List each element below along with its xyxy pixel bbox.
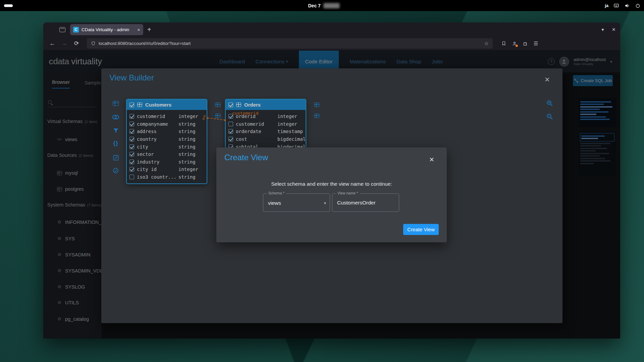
reload-icon[interactable]: ⟳ xyxy=(72,40,81,47)
activities-indicator[interactable] xyxy=(4,4,13,7)
url-field[interactable]: localhost:8080/account/#/u/0/editor?tour… xyxy=(87,38,493,49)
browser-urlbar: ← → ⟳ localhost:8080/account/#/u/0/edito… xyxy=(43,37,620,51)
tab-close-icon[interactable]: × xyxy=(137,27,140,33)
new-tab-button[interactable]: + xyxy=(147,26,151,34)
system-topbar: Dec 7 ja xyxy=(0,0,644,11)
clock-date: Dec 7 xyxy=(308,3,320,8)
dropdown-caret-icon[interactable]: ▾ xyxy=(324,194,326,212)
browser-window: C CData Virtuality - admin × + ▾ × ← → ⟳… xyxy=(43,22,620,339)
bookmark-star-icon[interactable]: ☆ xyxy=(484,41,489,47)
create-view-button[interactable]: Create View xyxy=(403,224,439,235)
window-close-icon[interactable]: × xyxy=(612,26,615,33)
input-sources-icon[interactable] xyxy=(613,3,619,8)
shield-icon[interactable] xyxy=(91,41,96,46)
account-icon[interactable] xyxy=(512,41,517,46)
schema-select[interactable]: Schema * views ▾ xyxy=(263,193,330,212)
extensions-icon[interactable] xyxy=(523,41,528,46)
create-view-title: Create View xyxy=(224,153,268,162)
create-view-description: Select schema and enter the view name to… xyxy=(216,181,447,187)
save-page-icon[interactable] xyxy=(501,41,506,46)
url-text: localhost:8080/account/#/u/0/editor?tour… xyxy=(99,41,481,46)
forward-icon[interactable]: → xyxy=(60,40,69,47)
firefox-view-icon[interactable] xyxy=(59,27,65,32)
back-icon[interactable]: ← xyxy=(48,40,57,47)
view-name-field[interactable]: View name * xyxy=(332,193,399,212)
clock-time-redacted xyxy=(324,3,340,8)
tab-title: CData Virtuality - admin xyxy=(82,27,135,32)
browser-tabbar: C CData Virtuality - admin × + ▾ × xyxy=(43,22,620,37)
browser-tab[interactable]: C CData Virtuality - admin × xyxy=(70,24,143,35)
cdata-favicon: C xyxy=(73,27,79,33)
volume-icon[interactable] xyxy=(624,3,630,8)
menu-icon[interactable]: ☰ xyxy=(534,41,538,47)
create-view-close-icon[interactable]: × xyxy=(429,155,434,164)
clock[interactable]: Dec 7 xyxy=(308,0,339,11)
schema-value: views xyxy=(268,194,281,212)
desktop: Dec 7 ja C CData Virtuality - admin × xyxy=(0,0,644,362)
cdata-app: cdata virtuality Dashboard Connections ▾… xyxy=(43,51,620,339)
view-name-input[interactable] xyxy=(332,194,399,212)
power-icon[interactable] xyxy=(635,3,641,8)
system-tray[interactable]: ja xyxy=(605,0,641,11)
notification-dot xyxy=(516,45,518,47)
create-view-dialog: Create View × Select schema and enter th… xyxy=(216,147,447,242)
keyboard-layout-indicator[interactable]: ja xyxy=(605,3,608,8)
tab-list-icon[interactable]: ▾ xyxy=(601,27,604,32)
